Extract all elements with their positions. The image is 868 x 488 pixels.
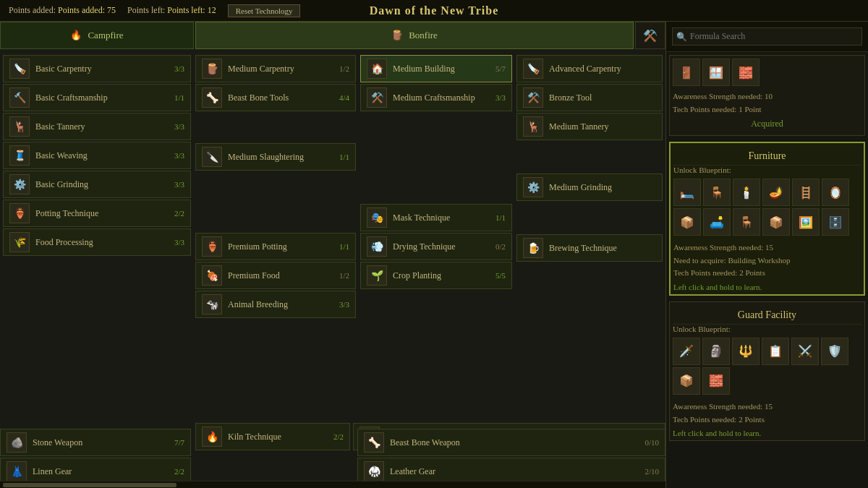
basic-craftsmanship-icon: 🔨 [9, 87, 30, 108]
beast-bone-weapon-item[interactable]: 🦴 Beast Bone Weapon 0/10 [357, 429, 665, 456]
blueprint-fence: 🧱 [732, 59, 760, 86]
spacer3 [360, 113, 512, 142]
gbp-wall: 🧱 [702, 367, 730, 395]
basic-craftsmanship-item[interactable]: 🔨 Basic Craftsmanship 1/1 [3, 84, 191, 111]
premium-potting-icon: 🏺 [202, 236, 222, 257]
basic-carpentry-item[interactable]: 🪚 Basic Carpentry 3/3 [3, 55, 191, 82]
drying-technique-item[interactable]: 💨 Drying Technique 0/2 [360, 233, 512, 260]
crop-planting-item[interactable]: 🌱 Crop Planting 5/5 [360, 262, 512, 289]
medium-slaughtering-icon: 🔪 [202, 147, 222, 167]
food-processing-icon: 🌾 [9, 232, 30, 252]
advanced-carpentry-item[interactable]: 🪚 Advanced Carpentry [516, 55, 663, 82]
bronze-tool-item[interactable]: ⚒️ Bronze Tool [516, 84, 663, 111]
bp-table: 🪑 [703, 179, 731, 206]
blueprint-door: 🚪 [673, 59, 700, 86]
reset-technology-button[interactable]: Reset Technology [228, 4, 301, 17]
advanced-column: 🪚 Advanced Carpentry ⚒️ Bronze Tool 🦌 Me… [515, 52, 664, 421]
medium-carpentry-icon: 🪵 [202, 59, 222, 79]
scroll-thumb[interactable] [3, 483, 176, 487]
campfire-column: 🪚 Basic Carpentry 3/3 🔨 Basic Craftsmans… [1, 52, 192, 421]
gbp-spike: 🗡️ [673, 338, 700, 365]
gbp-box: 📦 [673, 367, 700, 395]
potting-technique-item[interactable]: 🏺 Potting Technique 2/2 [3, 200, 191, 227]
bp-lamp: 🪔 [762, 179, 790, 206]
gbp-board: 📋 [762, 338, 789, 365]
medium-building-icon: 🏠 [367, 59, 387, 79]
medium-craftsmanship-item[interactable]: ⚒️ Medium Craftsmanship 3/3 [360, 84, 512, 111]
furniture-unlock-label: Unlock Blueprint: [673, 166, 861, 174]
basic-grinding-item[interactable]: ⚙️ Basic Grinding 3/3 [3, 171, 191, 198]
crop-planting-icon: 🌱 [367, 265, 387, 286]
medium-slaughtering-item[interactable]: 🔪 Medium Slaughtering 1/1 [195, 143, 356, 171]
stone-weapon-item[interactable]: 🪨 Stone Weapon 7/7 [0, 429, 191, 456]
furniture-info: Awareness Strength needed: 15 Need to ac… [673, 241, 861, 280]
bronze-tool-icon: ⚒️ [523, 87, 543, 108]
bonfire-icon: 🪵 [391, 30, 403, 41]
medium-grinding-item[interactable]: ⚙️ Medium Grinding [516, 174, 663, 201]
gbp-shield: 🛡️ [821, 338, 848, 365]
furniture-card: Furniture Unlock Blueprint: 🛏️ 🪑 🕯️ 🪔 🪜 … [669, 142, 865, 296]
basic-weaving-item[interactable]: 🧵 Basic Weaving 3/3 [3, 142, 191, 169]
brewing-technique-item[interactable]: 🍺 Brewing Technique [516, 234, 663, 262]
spacer2 [195, 172, 356, 231]
linen-gear-icon: 👗 [7, 461, 27, 481]
points-added-stat: Points added: Points added: 75 [9, 5, 116, 16]
bp-chest: 📦 [762, 208, 790, 236]
medium-tannery-icon: 🦌 [523, 116, 543, 137]
guard-blueprints: 🗡️ 🗿 🔱 📋 ⚔️ 🛡️ 📦 🧱 [673, 338, 861, 395]
bp-shelf: 📦 [673, 208, 701, 236]
bp-desk: 🖼️ [792, 208, 820, 236]
guard-action: Left click and hold to learn. [673, 429, 861, 437]
spacer4 [360, 143, 512, 202]
formula-search-input[interactable] [672, 27, 862, 46]
bp-bench: 🛋️ [703, 208, 731, 236]
spacer5 [516, 142, 663, 172]
guard-unlock-label: Unlock Blueprint: [673, 325, 861, 333]
basic-tannery-icon: 🦌 [9, 116, 30, 137]
acquired-blueprints: 🚪 🪟 🧱 [673, 59, 861, 86]
furniture-blueprints: 🛏️ 🪑 🕯️ 🪔 🪜 🪞 📦 🛋️ 🪑 📦 🖼️ 🗄️ [673, 179, 861, 236]
medium-carpentry-item[interactable]: 🪵 Medium Carpentry 1/2 [195, 55, 356, 82]
guard-info: Awareness Strength needed: 15 Tech Point… [673, 401, 861, 426]
brewing-technique-icon: 🍺 [523, 238, 543, 258]
mask-technique-item[interactable]: 🎭 Mask Technique 1/1 [360, 204, 512, 231]
premium-potting-item[interactable]: 🏺 Premium Potting 1/1 [195, 233, 356, 260]
bonfire-right-column: 🏠 Medium Building 5/7 ⚒️ Medium Craftsma… [359, 52, 514, 421]
basic-weaving-icon: 🧵 [9, 145, 30, 166]
stone-weapon-icon: 🪨 [7, 432, 27, 453]
scrollbar[interactable] [0, 481, 665, 488]
campfire-icon: 🔥 [70, 30, 82, 41]
points-left-stat: Points left: Points left: 12 [127, 5, 216, 16]
food-processing-item[interactable]: 🌾 Food Processing 3/3 [3, 228, 191, 256]
spacer1 [195, 113, 356, 142]
campfire-header: 🔥 Campfire [0, 22, 194, 49]
furniture-title: Furniture [673, 146, 861, 166]
potting-technique-icon: 🏺 [9, 203, 30, 223]
medium-craftsmanship-icon: ⚒️ [367, 87, 387, 108]
animal-breeding-item[interactable]: 🐄 Animal Breeding 3/3 [195, 291, 356, 318]
beast-bone-tools-item[interactable]: 🦴 Beast Bone Tools 4/4 [195, 84, 356, 111]
basic-grinding-icon: ⚙️ [9, 174, 30, 194]
premium-food-item[interactable]: 🍖 Premium Food 1/2 [195, 262, 356, 289]
acquired-status: Acquired [673, 116, 861, 132]
page-title: Dawn of the New Tribe [370, 4, 499, 17]
gbp-statue: 🗿 [702, 338, 730, 365]
mask-technique-icon: 🎭 [367, 207, 387, 228]
animal-breeding-icon: 🐄 [202, 294, 222, 314]
bp-candle: 🕯️ [733, 179, 760, 206]
gbp-trident: 🔱 [732, 338, 760, 365]
bp-mirror: 🪞 [822, 179, 849, 206]
medium-building-item[interactable]: 🏠 Medium Building 5/7 [360, 55, 512, 82]
basic-tannery-item[interactable]: 🦌 Basic Tannery 3/3 [3, 113, 191, 140]
bp-bed: 🛏️ [673, 179, 701, 206]
beast-bone-tools-icon: 🦴 [202, 87, 222, 108]
gear-rows: 🪨 Stone Weapon 7/7 👗 Linen Gear 2/2 🦴 Be… [0, 429, 665, 485]
top-bar: Points added: Points added: 75 Points le… [0, 0, 868, 22]
blueprint-window: 🪟 [702, 59, 730, 86]
search-icon: 🔍 [676, 31, 687, 42]
drying-technique-icon: 💨 [367, 236, 387, 257]
bp-chair: 🪑 [733, 208, 760, 236]
advanced-carpentry-icon: 🪚 [523, 59, 543, 79]
medium-tannery-item[interactable]: 🦌 Medium Tannery [516, 113, 663, 140]
medium-grinding-icon: ⚙️ [523, 177, 543, 197]
